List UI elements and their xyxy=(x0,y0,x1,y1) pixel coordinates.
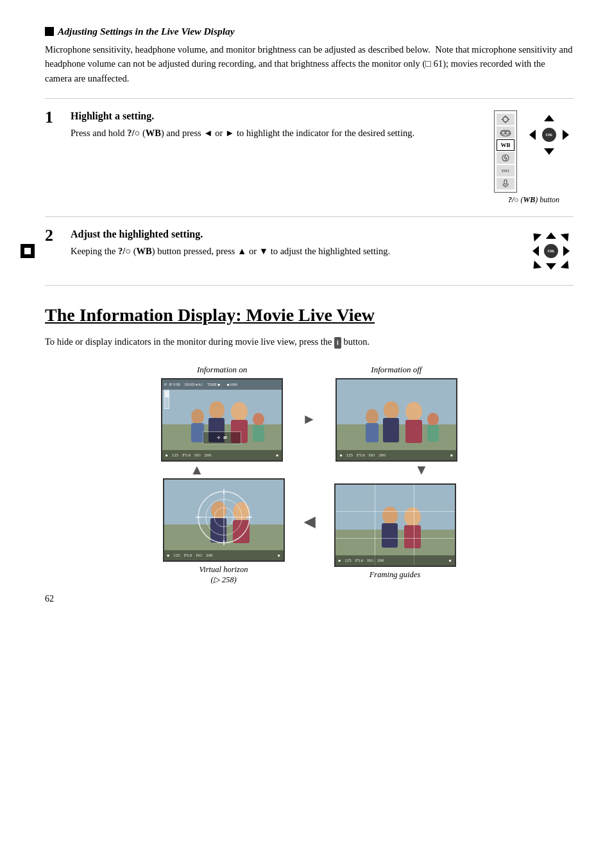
info-on-block: Information on xyxy=(161,365,283,462)
dpad2-up xyxy=(544,229,558,243)
info-off-screen: ■ 125 F5.6 ISO 200 ■ xyxy=(336,378,457,462)
ok-button-2: OK xyxy=(544,244,558,258)
arrow-up-container: ▲ xyxy=(136,462,258,478)
cam-focus-box: ✛ ⇄ xyxy=(203,431,241,444)
step2-dpad: OK xyxy=(529,229,574,273)
main-section-title: The Information Display: Movie Live View xyxy=(45,305,574,326)
virtual-horizon-screen: ■ 125 F5.6 ISO 200 ■ xyxy=(163,478,285,562)
spacer xyxy=(300,462,319,478)
svg-point-0 xyxy=(503,117,508,122)
cam-bottom-bar-1: ■ 125 F5.6 ISO 200 ■ xyxy=(162,450,282,460)
svg-rect-12 xyxy=(504,180,507,184)
cam-bottom-bar-2: ■ 125 F5.6 ISO 200 ■ xyxy=(337,450,456,460)
cam-overlay-horizon: ■ 125 F5.6 ISO 200 ■ xyxy=(164,480,284,560)
intro-text: Microphone sensitivity, headphone volume… xyxy=(45,42,574,85)
dpad2-down xyxy=(544,259,558,273)
dpad-center: OK xyxy=(541,127,557,143)
info-off-block: Information off xyxy=(336,365,457,462)
wb-button-label: ?/○ (WB) button xyxy=(508,195,559,205)
step2-sidebar-icon xyxy=(21,244,35,258)
step-2: 2 Adjust the highlighted setting. Keepin… xyxy=(45,217,574,286)
step-1: 1 Highlight a setting. Press and hold ?/… xyxy=(45,99,574,217)
arrow-left-1: ◀ xyxy=(304,514,315,530)
step-1-number: 1 xyxy=(45,109,71,205)
step1-dpad-container: OK xyxy=(525,110,574,159)
wb-icon-iso: ISO xyxy=(497,165,514,177)
dpad-topright xyxy=(558,110,574,126)
ok-button: OK xyxy=(542,128,556,142)
dpad2-topright xyxy=(559,229,574,243)
dpad2-left xyxy=(529,244,543,258)
wb-diagram: WB ISO xyxy=(494,110,574,193)
cam-bottom-bar-3: ■ 125 F5.6 ISO 200 ■ xyxy=(164,550,284,560)
dpad2-bottomleft xyxy=(529,259,543,273)
cam-bottom-bar-4: ■ 125 F5.6 ISO 200 ■ xyxy=(336,555,455,566)
step-2-desc: Keeping the ?/○ (WB) button pressed, pre… xyxy=(71,244,516,258)
step-1-content: Highlight a setting. Press and hold ?/○ … xyxy=(71,110,481,205)
step-2-title: Adjust the highlighted setting. xyxy=(71,229,516,240)
dpad-bottomright xyxy=(558,144,574,159)
middle-arrows: ▲ ▼ xyxy=(123,462,495,478)
horizon-circle xyxy=(196,489,252,545)
step-1-title: Highlight a setting. xyxy=(71,110,481,122)
step2-inner-icon xyxy=(24,248,31,254)
wb-icon-mic xyxy=(497,178,514,189)
section-icon xyxy=(45,27,54,36)
svg-line-9 xyxy=(504,155,506,158)
info-display-diagram: Information on xyxy=(123,365,495,585)
cam-overlay-info-on: P JF·S·BI DSSD·ᴪA1 TIME·■ ■1000 xyxy=(162,379,282,460)
step-1-image: WB ISO xyxy=(494,110,574,205)
page: Adjusting Settings in the Live View Disp… xyxy=(0,0,612,623)
steps-container: 1 Highlight a setting. Press and hold ?/… xyxy=(45,98,574,286)
wb-icon-sun xyxy=(497,114,514,125)
framing-guides-screen: ■ 125 F5.6 ISO 200 ■ xyxy=(334,483,456,567)
arrow-right-1: ► xyxy=(302,411,316,428)
framing-guides-label: Framing guides xyxy=(370,570,421,580)
step1-dpad: OK xyxy=(525,110,574,159)
arrow-down-container: ▼ xyxy=(361,462,482,478)
dpad-right xyxy=(558,127,574,143)
cam-overlay-framing: ■ 125 F5.6 ISO 200 ■ xyxy=(336,485,455,566)
cam-left-indicators xyxy=(164,390,169,409)
info-off-label: Information off xyxy=(371,365,421,375)
virtual-horizon-label: Virtual horizon (▷ 258) xyxy=(200,565,248,585)
dpad2-center: OK xyxy=(544,244,558,258)
dpad2-topleft xyxy=(529,229,543,243)
dpad-left xyxy=(525,127,540,143)
section-title: Adjusting Settings in the Live View Disp… xyxy=(58,26,235,37)
info-bottom-row: ■ 125 F5.6 ISO 200 ■ Virtual horizon (▷ … xyxy=(163,478,456,585)
info-top-row: Information on xyxy=(161,365,457,462)
step-2-number: 2 xyxy=(45,227,71,273)
info-button-icon: i xyxy=(334,337,341,349)
dpad2-right xyxy=(559,244,574,258)
framing-lines xyxy=(336,485,455,566)
dpad2-bottomright xyxy=(559,259,574,273)
cam-top-bar-1: P JF·S·BI DSSD·ᴪA1 TIME·■ ■1000 xyxy=(162,379,282,390)
step-2-content: Adjust the highlighted setting. Keeping … xyxy=(71,229,516,273)
dpad-bottomleft xyxy=(525,144,540,159)
main-section-desc: To hide or display indicators in the mon… xyxy=(45,334,574,349)
svg-line-11 xyxy=(506,158,507,161)
wb-icon-panel: WB ISO xyxy=(494,110,517,193)
framing-guides-block: ■ 125 F5.6 ISO 200 ■ Framing guides xyxy=(334,483,456,580)
cam-overlay-info-off: ■ 125 F5.6 ISO 200 ■ xyxy=(337,379,456,460)
section-heading: Adjusting Settings in the Live View Disp… xyxy=(45,26,574,37)
step-1-desc: Press and hold ?/○ (WB) and press ◄ or ►… xyxy=(71,126,481,140)
virtual-horizon-block: ■ 125 F5.6 ISO 200 ■ Virtual horizon (▷ … xyxy=(163,478,285,585)
step-2-image: OK xyxy=(529,229,574,273)
wb-icon-cloudy xyxy=(497,126,514,138)
wb-icon-wb: WB xyxy=(497,139,514,151)
dpad-up xyxy=(541,110,557,126)
info-on-screen: P JF·S·BI DSSD·ᴪA1 TIME·■ ■1000 xyxy=(161,378,283,462)
info-on-label: Information on xyxy=(197,365,247,375)
dpad-topleft xyxy=(525,110,540,126)
wb-icon-flash xyxy=(497,152,514,164)
page-number: 62 xyxy=(45,594,54,604)
dpad-down xyxy=(541,144,557,159)
